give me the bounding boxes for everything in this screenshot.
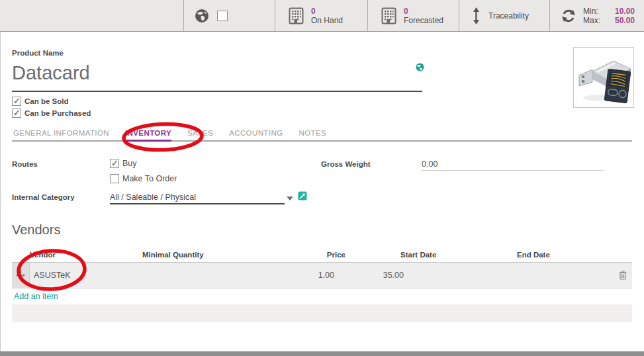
route-mto-checkbox[interactable] [110,174,119,183]
tab-general-information[interactable]: GENERAL INFORMATION [13,129,109,140]
product-image[interactable] [573,47,634,108]
trash-icon [619,271,627,280]
route-buy-row: Buy [110,159,137,168]
forecasted-label: Forecasted [404,16,443,25]
route-buy-checkbox[interactable] [110,159,119,168]
odoo-product-form: 0 On Hand 0 Forecasted [0,0,644,356]
route-mto-row: Make To Order [110,174,177,183]
tab-sales[interactable]: SALES [187,129,213,140]
add-item-row: Add an item [12,289,632,304]
up-down-arrow-icon [473,7,480,25]
chevron-down-icon[interactable] [287,197,293,200]
route-mto-label: Make To Order [122,174,177,183]
cell-price: 35.00 [383,271,404,280]
cell-minimal-quantity: 1.00 [318,271,334,280]
on-hand-label: On Hand [311,16,343,25]
publish-checkbox[interactable] [217,11,228,21]
sheet-left-border [0,32,1,351]
traceability-label: Traceability [488,11,529,21]
routes-label: Routes [12,160,38,168]
product-name-input[interactable]: Datacard [12,62,90,84]
can-be-sold-checkbox[interactable] [12,97,21,106]
table-row[interactable]: ASUSTeK 1.00 35.00 [12,263,632,289]
can-be-purchased-row: Can be Purchased [12,109,91,118]
can-be-sold-row: Can be Sold [12,97,68,106]
delete-row-button[interactable] [619,271,627,282]
drag-handle[interactable] [12,263,30,288]
min-label: Min: [583,7,606,16]
col-header-price: Price [327,251,345,259]
tab-notes[interactable]: NOTES [299,129,326,140]
vendors-table-header: Vendor Minimal Quantity Price Start Date… [12,248,632,263]
max-value: 50.00 [606,16,635,25]
forecasted-value: 0 [404,7,443,16]
col-header-start-date: Start Date [400,251,436,259]
refresh-icon [561,8,576,24]
col-header-minimal-quantity: Minimal Quantity [142,251,204,259]
cell-vendor: ASUSTeK [34,271,71,280]
stat-button-toolbar: 0 On Hand 0 Forecasted [0,0,644,32]
building-icon [289,7,304,24]
can-be-purchased-checkbox[interactable] [12,109,21,118]
gross-weight-label: Gross Weight [321,160,371,168]
product-name-label: Product Name [12,49,64,57]
gross-weight-underline [422,170,604,171]
traceability-button[interactable]: Traceability [459,0,549,31]
notebook-tabs: GENERAL INFORMATION INVENTORY SALES ACCO… [12,129,632,142]
usb-datacard-image [574,48,633,107]
on-hand-value: 0 [311,7,343,16]
empty-row-stripe [12,304,632,322]
website-publish-button[interactable] [183,0,275,31]
external-link-icon[interactable] [298,191,307,200]
col-header-vendor: Vendor [30,251,56,259]
can-be-purchased-label: Can be Purchased [24,109,91,117]
translate-globe-icon[interactable] [416,63,424,71]
gross-weight-input[interactable]: 0.00 [422,159,437,169]
vendors-section-title: Vendors [12,222,60,238]
tab-accounting[interactable]: ACCOUNTING [229,129,283,140]
can-be-sold-label: Can be Sold [24,97,68,105]
product-name-underline [12,91,422,92]
vendors-table: Vendor Minimal Quantity Price Start Date… [12,248,632,322]
route-buy-label: Buy [122,159,137,168]
min-value: 10.00 [606,7,635,16]
internal-category-select[interactable]: All / Saleable / Physical [110,193,196,202]
reordering-rules-button[interactable]: Min: 10.00 Max: 50.00 [549,0,644,31]
forecasted-stat-button[interactable]: 0 Forecasted [367,0,459,31]
building-icon [381,7,396,24]
on-hand-stat-button[interactable]: 0 On Hand [275,0,367,31]
tab-inventory[interactable]: INVENTORY [125,129,171,142]
add-an-item-link[interactable]: Add an item [12,292,58,301]
max-label: Max: [583,16,606,25]
move-icon [16,271,25,280]
internal-category-underline [110,203,285,204]
globe-icon [195,9,209,23]
bottom-window-edge [0,351,644,356]
internal-category-label: Internal Category [12,193,75,201]
col-header-end-date: End Date [517,251,550,259]
